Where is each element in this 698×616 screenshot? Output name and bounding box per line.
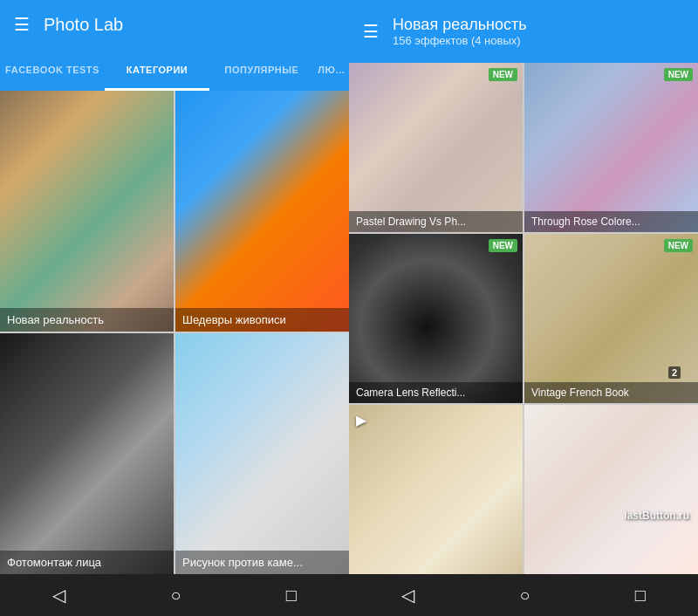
category-label-1: Новая реальность [0, 308, 174, 332]
effect-card-2[interactable]: NEW Through Rose Colore... [524, 63, 698, 232]
video-icon-badge: ▶ [356, 412, 366, 428]
effect-label-4: Vintage French Book [524, 382, 698, 403]
effect-card-4[interactable]: NEW 2 Vintage French Book [524, 234, 698, 403]
back-nav-left[interactable]: ◁ [52, 585, 65, 606]
new-badge-4: NEW [664, 239, 693, 252]
app-bar-left: ☰ Photo Lab [0, 0, 349, 49]
effect-card-3[interactable]: NEW Camera Lens Reflecti... [349, 234, 523, 403]
tab-popular[interactable]: ПОПУЛЯРНЫЕ [209, 49, 314, 91]
section-subtitle: 156 эффектов (4 новых) [393, 34, 527, 47]
tab-categories[interactable]: КАТЕГОРИИ [105, 49, 209, 91]
tabs-bar-left: FACEBOOK TESTS КАТЕГОРИИ ПОПУЛЯРНЫЕ ЛЮ… [0, 49, 349, 91]
app-bar-right: ☰ Новая реальность 156 эффектов (4 новых… [349, 0, 698, 63]
category-card-4[interactable]: Рисунок против каме... [175, 333, 349, 574]
effect-label-3: Camera Lens Reflecti... [349, 382, 523, 403]
category-label-4: Рисунок против каме... [175, 551, 349, 574]
tab-facebook[interactable]: FACEBOOK TESTS [0, 49, 105, 91]
effect-label-2: Through Rose Colore... [524, 211, 698, 232]
recents-nav-left[interactable]: □ [286, 585, 297, 606]
section-title: Новая реальность [393, 16, 527, 34]
app-title: Photo Lab [44, 15, 123, 35]
category-card-2[interactable]: Шедевры живописи [175, 91, 349, 332]
effect-label-1: Pastel Drawing Vs Ph... [349, 211, 523, 232]
number-badge-4: 2 [668, 366, 681, 379]
home-nav-left[interactable]: ○ [170, 585, 181, 606]
right-panel: ☰ Новая реальность 156 эффектов (4 новых… [349, 0, 698, 616]
new-badge-1: NEW [489, 68, 517, 81]
categories-grid: Новая реальность Шедевры живописи Фотомо… [0, 91, 349, 574]
effect-card-5[interactable]: ▶ [349, 405, 523, 574]
home-nav-right[interactable]: ○ [519, 585, 530, 606]
hamburger-icon-right[interactable]: ☰ [363, 21, 379, 42]
app-bar-right-content: Новая реальность 156 эффектов (4 новых) [393, 16, 527, 47]
category-card-1[interactable]: Новая реальность [0, 91, 174, 332]
hamburger-icon-left[interactable]: ☰ [14, 14, 30, 35]
left-panel: ☰ Photo Lab FACEBOOK TESTS КАТЕГОРИИ ПОП… [0, 0, 349, 616]
new-badge-3: NEW [489, 239, 517, 252]
effects-grid: NEW Pastel Drawing Vs Ph... NEW Through … [349, 63, 698, 574]
category-label-2: Шедевры живописи [175, 308, 349, 332]
bottom-nav-left: ◁ ○ □ [0, 574, 349, 616]
category-label-3: Фотомонтаж лица [0, 551, 174, 574]
effect-card-1[interactable]: NEW Pastel Drawing Vs Ph... [349, 63, 523, 232]
category-card-3[interactable]: Фотомонтаж лица [0, 333, 174, 574]
tab-overflow[interactable]: ЛЮ… [314, 49, 349, 91]
bottom-nav-right: ◁ ○ □ [349, 574, 698, 616]
effect-card-6[interactable] [524, 405, 698, 574]
new-badge-2: NEW [664, 68, 693, 81]
back-nav-right[interactable]: ◁ [401, 585, 414, 606]
recents-nav-right[interactable]: □ [635, 585, 646, 606]
